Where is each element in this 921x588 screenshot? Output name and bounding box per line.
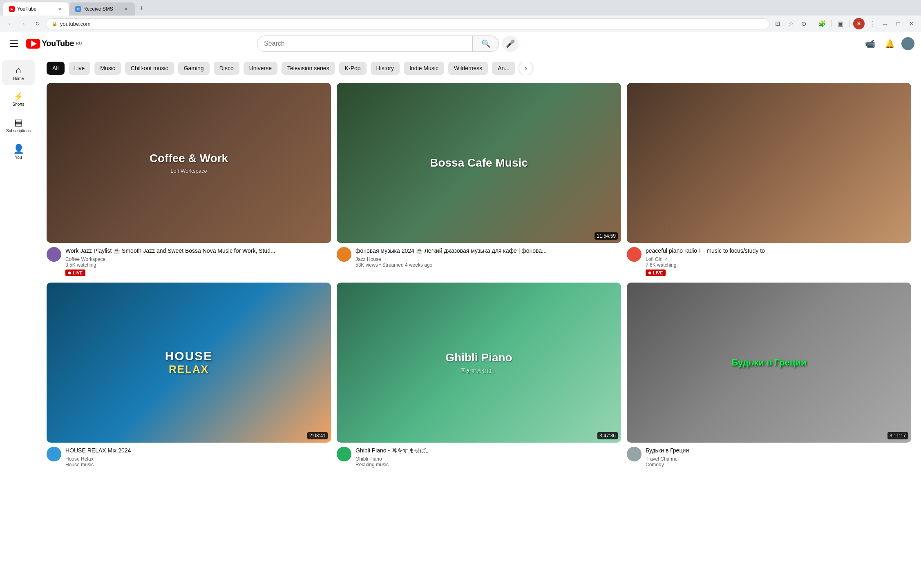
chips-next-arrow[interactable]: › [519, 62, 532, 75]
tab-sms-close[interactable]: ✕ [123, 6, 129, 12]
profile-menu-icon[interactable]: ⊙ [798, 18, 809, 29]
tab-youtube-close[interactable]: ✕ [56, 6, 63, 12]
video-info-3: peaceful piano radio 𝄆 - music to focus/… [627, 247, 911, 276]
sms-favicon: ✉ [75, 6, 81, 12]
yt-play-triangle [31, 40, 37, 47]
verified-icon-3: ✓ [664, 257, 668, 262]
toolbar-separator-3 [849, 20, 850, 27]
chip-music[interactable]: Music [94, 62, 121, 75]
thumb-overlay-2: Bossa Cafe Music [337, 83, 621, 243]
thumb-sub-1: Lofi Workspace [170, 168, 207, 174]
video-meta-5: Relaxing music [355, 462, 621, 468]
header-left: YouTubeRU [7, 36, 82, 51]
yt-header: YouTubeRU 🔍 🎤 📹 🔔 [0, 32, 921, 55]
video-info-4: HOUSE RELAX Mix 2024 House Relax House m… [47, 447, 331, 468]
chip-gaming[interactable]: Gaming [178, 62, 210, 75]
chip-wilderness[interactable]: Wilderness [448, 62, 488, 75]
filter-chips: All Live Music Chill-out music Gaming Di… [47, 62, 911, 75]
chip-live[interactable]: Live [69, 62, 91, 75]
chip-television[interactable]: Television series [282, 62, 335, 75]
browser-toolbar: ‹ › ↻ 🔒 youtube.com ⊡ ☆ ⊙ 🧩 ▣ S ⋮ ─ □ ✕ [0, 16, 921, 32]
refresh-button[interactable]: ↻ [32, 18, 43, 29]
hamburger-line-2 [10, 43, 18, 44]
thumb-overlay-5: Ghibli Piano 耳をすませば。 [337, 283, 621, 443]
sidebar-item-you[interactable]: 👤 You [2, 139, 35, 164]
shorts-icon: ⚡ [13, 92, 24, 100]
browser-profile-button[interactable]: S [853, 18, 865, 29]
video-title-3: peaceful piano radio 𝄆 - music to focus/… [646, 247, 911, 255]
live-badge-3: LIVE [646, 270, 666, 276]
video-meta-2: 53K views • Streamed 4 weeks ago [355, 262, 621, 268]
forward-button[interactable]: › [18, 18, 29, 29]
video-meta-3: 7.6K watching [646, 262, 911, 268]
search-button[interactable]: 🔍 [473, 36, 499, 52]
video-card-2[interactable]: Bossa Cafe Music 11:54:59 фоновая музыка… [337, 83, 621, 276]
chip-kpop[interactable]: K-Pop [339, 62, 367, 75]
video-card-3[interactable]: peaceful piano radio 𝄆 - music to focus/… [627, 83, 911, 276]
video-channel-3: Lofi Girl ✓ [646, 256, 911, 262]
channel-avatar-6 [627, 447, 642, 461]
channel-avatar-3 [627, 247, 642, 262]
thumb-cyrillic-text: Будьки в Греции [732, 357, 807, 368]
sidebar-item-shorts[interactable]: ⚡ Shorts [2, 87, 35, 111]
video-details-4: HOUSE RELAX Mix 2024 House Relax House m… [65, 447, 331, 468]
sidebar-toggle-icon[interactable]: ▣ [835, 18, 846, 29]
cast-icon[interactable]: ⊡ [772, 18, 783, 29]
hamburger-menu[interactable] [7, 36, 21, 51]
yt-logo[interactable]: YouTubeRU [26, 39, 82, 49]
more-options-icon[interactable]: ⋮ [866, 18, 878, 29]
video-duration-2: 11:54:59 [595, 232, 618, 240]
sidebar-item-home[interactable]: ⌂ Home [2, 60, 35, 85]
maximize-icon[interactable]: □ [892, 18, 904, 29]
channel-avatar-1 [47, 247, 61, 262]
close-icon[interactable]: ✕ [905, 18, 917, 29]
chip-disco[interactable]: Disco [214, 62, 239, 75]
video-title-6: Будьки в Греции [646, 447, 911, 455]
new-tab-button[interactable]: + [136, 2, 147, 14]
yt-logo-icon [26, 39, 40, 49]
chip-more[interactable]: An... [492, 62, 515, 75]
video-thumbnail-1: Coffee & Work Lofi Workspace [47, 83, 331, 243]
search-input[interactable] [257, 40, 472, 47]
chip-indie[interactable]: Indie Music [404, 62, 444, 75]
video-details-5: Ghibli Piano - 耳をすませば。 Ghibli Piano Rela… [355, 447, 621, 468]
live-badge-1: LIVE [65, 270, 85, 276]
mic-button[interactable]: 🎤 [502, 36, 519, 52]
tab-sms[interactable]: ✉ Receive SMS ✕ [69, 2, 135, 16]
minimize-icon[interactable]: ─ [879, 18, 891, 29]
chip-history[interactable]: History [371, 62, 400, 75]
back-button[interactable]: ‹ [4, 18, 16, 29]
thumb-sub-5: 耳をすませば。 [460, 367, 498, 374]
video-card-1[interactable]: Coffee & Work Lofi Workspace Work Jazz P… [47, 83, 331, 276]
video-info-5: Ghibli Piano - 耳をすませば。 Ghibli Piano Rela… [337, 447, 621, 468]
chip-universe[interactable]: Universe [244, 62, 277, 75]
notifications-button[interactable]: 🔔 [882, 36, 898, 52]
chip-chillout[interactable]: Chill-out music [125, 62, 174, 75]
thumb-title-5: Ghibli Piano [445, 351, 512, 365]
sidebar-item-subscriptions[interactable]: ▤ Subscriptions [2, 112, 35, 137]
video-info-1: Work Jazz Playlist ☕ Smooth Jazz and Swe… [47, 247, 331, 276]
address-url: youtube.com [60, 21, 763, 27]
video-card-4[interactable]: HOUSE RELAX 2:03:41 HOUSE RELAX Mix 2024… [47, 283, 331, 468]
thumb-overlay-1: Coffee & Work Lofi Workspace [47, 83, 331, 243]
you-icon: 👤 [13, 145, 24, 154]
sidebar: ⌂ Home ⚡ Shorts ▤ Subscriptions 👤 You [0, 55, 37, 588]
user-avatar[interactable] [901, 37, 914, 50]
video-card-5[interactable]: Ghibli Piano 耳をすませば。 3:47:36 Ghibli Pian… [337, 283, 621, 468]
bookmark-icon[interactable]: ☆ [785, 18, 796, 29]
video-channel-6: Travel Channel [646, 456, 911, 462]
video-title-2: фоновая музыка 2024 ☕ Легкий джазовая му… [355, 247, 621, 255]
create-video-button[interactable]: 📹 [862, 36, 879, 52]
address-bar[interactable]: 🔒 youtube.com [46, 18, 769, 29]
relax-text: RELAX [169, 363, 209, 376]
extensions-icon[interactable]: 🧩 [816, 18, 828, 29]
thumb-overlay-3 [627, 83, 911, 243]
sidebar-home-label: Home [13, 76, 24, 81]
chip-all[interactable]: All [47, 62, 65, 75]
search-bar: 🔍 🎤 [257, 36, 519, 52]
video-title-4: HOUSE RELAX Mix 2024 [65, 447, 331, 455]
tab-youtube[interactable]: ▶ YouTube ✕ [3, 2, 69, 16]
video-card-6[interactable]: Будьки в Греции 3:11:17 Будьки в Греции … [627, 283, 911, 468]
toolbar-separator [813, 20, 813, 27]
sidebar-you-label: You [15, 155, 22, 160]
